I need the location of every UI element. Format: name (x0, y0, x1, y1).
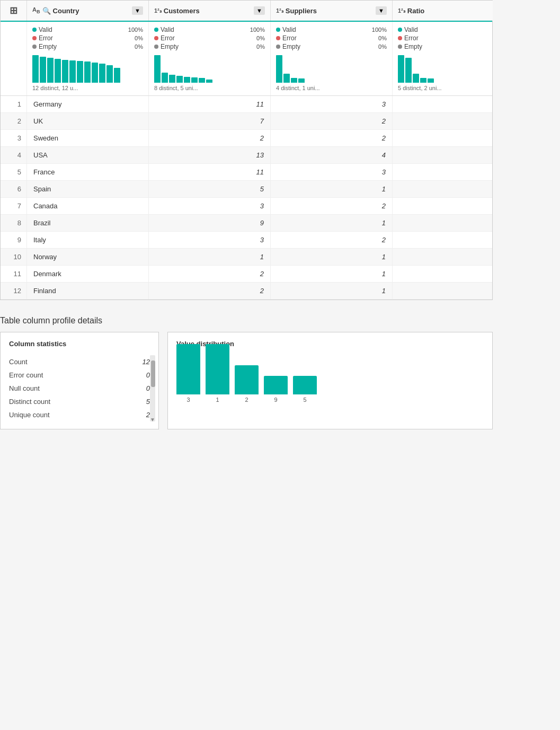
empty-pct-country: 0% (135, 43, 143, 50)
stat-value: 2 (146, 411, 150, 419)
mini-bar (420, 78, 426, 83)
row-country: France (27, 164, 149, 180)
row-customers: 2 (149, 266, 271, 282)
mini-bar (84, 61, 91, 83)
table-row: 11 Denmark 2 1 2 (1, 266, 492, 283)
suppliers-dropdown[interactable]: ▼ (376, 6, 387, 15)
valid-label-customers: Valid (161, 26, 248, 33)
valid-dot-country (32, 28, 37, 32)
mini-bar (62, 60, 68, 83)
row-suppliers: 1 (271, 215, 393, 231)
dist-bar-label: 9 (274, 397, 277, 403)
row-suppliers: 2 (271, 113, 393, 129)
customers-profile: Valid 100% Error 0% Empty 0% 8 distinct,… (149, 22, 271, 95)
mini-bar (55, 59, 61, 83)
mini-bar (405, 58, 412, 83)
empty-dot-ratio (398, 45, 402, 49)
dist-bar-wrap: 9 (264, 376, 288, 403)
suppliers-header[interactable]: 1²₃ Suppliers ▼ (271, 1, 393, 21)
mini-bar (99, 64, 105, 83)
row-number: 1 (1, 96, 27, 112)
valid-dot-customers (154, 28, 158, 32)
row-customers: 7 (149, 113, 271, 129)
row-index-header: ⊞ (1, 1, 27, 21)
country-header[interactable]: AB 🔍 Country ▼ (27, 1, 149, 21)
table-row: 5 France 11 3 3 (1, 164, 492, 181)
suppliers-mini-chart (276, 54, 387, 83)
mini-bar (92, 63, 98, 83)
table-row: 6 Spain 5 1 5 (1, 181, 492, 198)
row-number: 10 (1, 249, 27, 265)
mini-bar (77, 61, 83, 83)
suppliers-profile: Valid 100% Error 0% Empty 0% 4 distinct,… (271, 22, 393, 95)
stat-value: 5 (146, 398, 150, 406)
ratio-chart-caption: 5 distinct, 2 uni... (398, 85, 493, 91)
stats-rows: Count 12 Error count 0 Null count 0 Dist… (9, 355, 150, 421)
dist-bar (235, 365, 259, 394)
bottom-panels: Column statistics Count 12 Error count 0… (0, 332, 493, 429)
dist-bar (176, 344, 200, 394)
row-country: Germany (27, 96, 149, 112)
row-suppliers: 3 (271, 164, 393, 180)
valid-pct-country: 100% (128, 27, 143, 33)
table-row: 10 Norway 1 1 1 (1, 249, 492, 266)
suppliers-label: Suppliers (286, 7, 317, 15)
country-label: Country (53, 7, 79, 15)
row-customers: 13 (149, 147, 271, 163)
table-row: 1 Germany 11 3 3 (1, 96, 492, 113)
customers-mini-chart (154, 54, 265, 83)
row-suppliers: 1 (271, 283, 393, 299)
main-table: ⊞ AB 🔍 Country ▼ 1²₃ Customers ▼ 1²₃ Sup… (0, 0, 493, 300)
row-number: 11 (1, 266, 27, 282)
stat-value: 12 (143, 358, 150, 366)
stat-label: Null count (9, 384, 40, 392)
stat-value: 0 (146, 371, 150, 379)
stats-scrollbar-thumb[interactable] (151, 360, 155, 387)
row-customers: 11 (149, 96, 271, 112)
suppliers-type-icon: 1²₃ (276, 7, 283, 14)
mini-bar (206, 80, 212, 83)
mini-bar (162, 73, 168, 83)
suppliers-chart-caption: 4 distinct, 1 uni... (276, 85, 387, 91)
row-customers: 3 (149, 198, 271, 214)
row-number: 8 (1, 215, 27, 231)
row-suppliers: 1 (271, 266, 393, 282)
row-ratio: 1 (393, 232, 493, 248)
dist-bar (293, 376, 317, 394)
mini-bar (169, 75, 175, 83)
stats-scrollbar[interactable] (150, 355, 155, 421)
ratio-profile: Valid 100% Error 0% Empty 0% 5 distinct,… (393, 22, 493, 95)
country-dropdown[interactable]: ▼ (132, 6, 143, 15)
row-ratio: 9 (393, 215, 493, 231)
dist-chart: 31295 (176, 355, 484, 414)
row-number: 5 (1, 164, 27, 180)
empty-label-ratio: Empty (404, 43, 493, 50)
stats-panel: Column statistics Count 12 Error count 0… (0, 332, 159, 429)
row-country: UK (27, 113, 149, 129)
country-mini-chart (32, 54, 143, 83)
row-number: 7 (1, 198, 27, 214)
ratio-header[interactable]: 1²₃ Ratio ▼ (393, 1, 493, 21)
scroll-down-arrow[interactable]: ▼ (150, 417, 155, 423)
row-country: Canada (27, 198, 149, 214)
customers-header[interactable]: 1²₃ Customers ▼ (149, 1, 271, 21)
row-suppliers: 2 (271, 130, 393, 146)
error-dot-customers (154, 36, 158, 40)
stat-label: Error count (9, 371, 43, 379)
stat-value: 0 (146, 384, 150, 392)
mini-bar (106, 65, 113, 83)
mini-bar (191, 77, 198, 83)
customers-dropdown[interactable]: ▼ (254, 6, 265, 15)
row-country: Sweden (27, 130, 149, 146)
table-row: 7 Canada 3 2 1 (1, 198, 492, 215)
valid-label-country: Valid (39, 26, 126, 33)
empty-label-customers: Empty (161, 43, 254, 50)
stats-row: Null count 0 (9, 382, 150, 395)
error-label-ratio: Error (404, 34, 493, 42)
row-country: Brazil (27, 215, 149, 231)
row-customers: 2 (149, 283, 271, 299)
stat-label: Distinct count (9, 398, 50, 406)
row-suppliers: 1 (271, 181, 393, 197)
dist-bar-wrap: 1 (206, 344, 229, 403)
row-customers: 2 (149, 130, 271, 146)
